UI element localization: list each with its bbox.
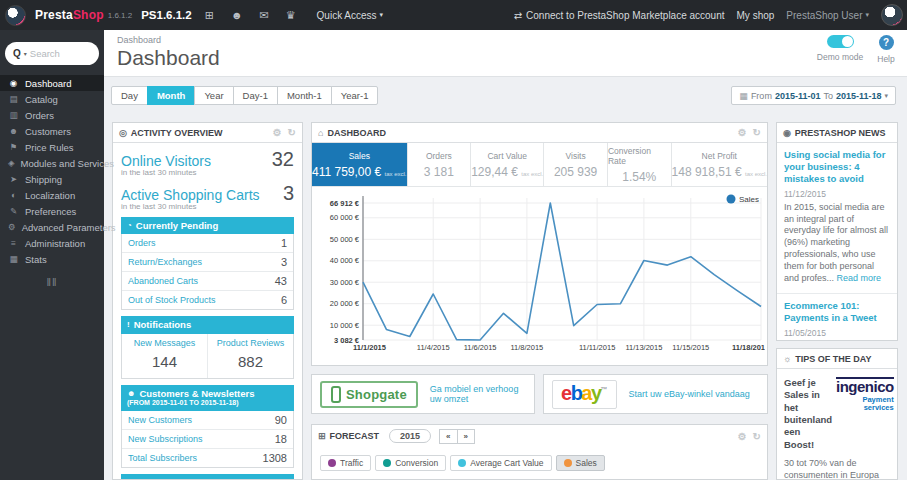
svg-text:66 912 €: 66 912 € [330, 199, 360, 208]
refresh-icon[interactable]: ↻ [288, 127, 296, 138]
range-year-button[interactable]: Year [194, 86, 233, 105]
kpi-label: Visits [566, 151, 586, 161]
news-article-title[interactable]: Using social media for your business: 4 … [784, 149, 890, 185]
prestashop-logo-icon [5, 5, 26, 26]
sales-chart: 3 082 €10 000 €20 000 €30 000 €40 000 €5… [316, 191, 765, 359]
online-visitors-label[interactable]: Online Visitors [121, 153, 211, 169]
trophy-icon[interactable]: ♛ [282, 9, 300, 22]
kpi-value: 411 759,00 € [312, 165, 381, 179]
sidebar-item-preferences[interactable]: ✎Preferences [0, 203, 104, 219]
dashboard-icon: ◉ [8, 78, 19, 88]
prev-year-button[interactable]: « [439, 429, 457, 444]
help-button[interactable]: ? Help [871, 35, 901, 64]
svg-text:Sales: Sales [739, 195, 759, 204]
table-row: Total Subscribers1308 [122, 449, 293, 467]
chevron-down-icon: ▾ [884, 92, 888, 100]
refresh-icon[interactable]: ↻ [753, 127, 761, 138]
gear-icon[interactable]: ⚙ [273, 127, 282, 138]
new-subscriptions-link[interactable]: New Subscriptions [128, 434, 203, 444]
kpi-cart-value[interactable]: Cart Value129,44 € tax excl. [471, 143, 544, 186]
range-day-button[interactable]: Day [111, 86, 148, 105]
pending-outofstock-link[interactable]: Out of Stock Products [128, 295, 216, 305]
tips-panel-header: ☼ TIPS OF THE DAY [777, 349, 897, 369]
range-month-button[interactable]: Month [147, 86, 196, 105]
user-avatar[interactable] [881, 4, 903, 26]
gear-icon[interactable]: ⚙ [738, 127, 747, 138]
sidebar-item-orders[interactable]: ▥Orders [0, 107, 104, 123]
pending-returns-link[interactable]: Return/Exchanges [128, 257, 202, 267]
ebay-module-card: ebay™ Start uw eBay-winkel vandaag [543, 374, 768, 414]
notifications-table: New Messages144 Product Reviews882 [121, 334, 294, 379]
user-menu[interactable]: PrestaShop User ▾ [786, 10, 869, 21]
messages-icon[interactable]: ✉ [255, 9, 272, 22]
legend-sales-button[interactable]: Sales [556, 455, 605, 471]
date-range-picker[interactable]: ▦ From 2015-11-01 To 2015-11-18 ▾ [731, 86, 896, 105]
sidebar-item-advanced-parameters[interactable]: ⚙Advanced Parameters [0, 219, 104, 235]
range-year-1-button[interactable]: Year-1 [331, 86, 379, 105]
active-carts-label[interactable]: Active Shopping Carts [121, 187, 260, 203]
sidebar-item-label: Customers [25, 126, 71, 137]
range-month-1-button[interactable]: Month-1 [277, 86, 332, 105]
news-article-excerpt: In 2015, social media are an integral pa… [784, 202, 888, 283]
forecast-year: 2015 [389, 429, 431, 443]
total-subscribers-link[interactable]: Total Subscribers [128, 453, 197, 463]
online-visitors-metric: Online Visitors32 in the last 30 minutes [113, 143, 302, 177]
sidebar-item-customers[interactable]: ☻Customers [0, 123, 104, 139]
product-reviews-link[interactable]: Product Reviews [210, 338, 291, 348]
gear-icon[interactable]: ⚙ [738, 431, 747, 442]
sidebar-item-label: Dashboard [25, 78, 71, 89]
new-messages-link[interactable]: New Messages [124, 338, 205, 348]
sidebar-item-stats[interactable]: ▦Stats [0, 251, 104, 267]
cart-icon[interactable]: ⊞ [201, 9, 218, 22]
online-visitors-value: 32 [272, 148, 294, 171]
sidebar-collapse-icon[interactable]: ‖‖ [0, 276, 104, 288]
search-input[interactable]: Q ▾ Search [5, 42, 99, 65]
breadcrumb[interactable]: Dashboard [117, 35, 161, 45]
sidebar-item-shipping[interactable]: ➤Shipping [0, 171, 104, 187]
shipping-icon: ➤ [8, 174, 19, 184]
kpi-orders[interactable]: Orders3 181 [408, 143, 472, 186]
pending-orders-link[interactable]: Orders [128, 238, 156, 248]
kpi-sales[interactable]: Sales411 759,00 € tax excl. [312, 143, 408, 186]
range-day-1-button[interactable]: Day-1 [233, 86, 278, 105]
pending-abandoned-link[interactable]: Abandoned Carts [128, 276, 198, 286]
demo-mode-toggle[interactable] [827, 35, 854, 48]
profile-icon[interactable]: ☻ [227, 9, 247, 21]
my-shop-link[interactable]: My shop [737, 10, 775, 21]
next-year-button[interactable]: » [457, 429, 475, 444]
kpi-net-profit[interactable]: Net Profit148 918,51 € tax excl. [672, 143, 767, 186]
sidebar-item-dashboard[interactable]: ◉Dashboard [0, 75, 104, 91]
legend-traffic-button[interactable]: Traffic [320, 455, 371, 471]
kpi-visits[interactable]: Visits205 939 [544, 143, 608, 186]
user-menu-label: PrestaShop User [786, 10, 862, 21]
app-window: PrestaShop 1.6.1.2 PS1.6.1.2 ⊞ ☻ ✉ ♛ Qui… [0, 0, 907, 480]
date-to-label: To [823, 91, 833, 101]
sidebar-item-catalog[interactable]: ▤Catalog [0, 91, 104, 107]
sidebar-item-localization[interactable]: ◐Localization [0, 187, 104, 203]
svg-text:11/11/2015: 11/11/2015 [579, 343, 615, 352]
shopgate-link[interactable]: Ga mobiel en verhoog uw omzet [430, 384, 526, 404]
svg-text:40 000 €: 40 000 € [330, 256, 360, 265]
sidebar-item-modules[interactable]: ◈Modules and Services [0, 155, 104, 171]
news-article-title[interactable]: Ecommerce 101: Payments in a Tweet [784, 300, 890, 324]
new-customers-link[interactable]: New Customers [128, 415, 192, 425]
quick-access-menu[interactable]: Quick Access ▾ [317, 10, 384, 21]
active-carts-value: 3 [283, 182, 294, 205]
dashboard-panel-title: DASHBOARD [327, 128, 386, 138]
sidebar-item-label: Stats [25, 254, 47, 265]
read-more-link[interactable]: Read more [837, 273, 882, 283]
marketplace-icon: ⇄ [514, 10, 522, 21]
kpi-conversion-rate[interactable]: Conversion Rate1.54% [608, 143, 672, 186]
sidebar-item-price-rules[interactable]: ⚑Price Rules [0, 139, 104, 155]
marketplace-link[interactable]: ⇄ Connect to PrestaShop Marketplace acco… [514, 10, 725, 21]
legend-average-cart-value-button[interactable]: Average Cart Value [450, 455, 551, 471]
marketplace-label: Connect to PrestaShop Marketplace accoun… [526, 10, 724, 21]
rss-icon: ◉ [783, 128, 791, 138]
pending-orders-value: 1 [281, 237, 287, 249]
legend-conversion-button[interactable]: Conversion [375, 455, 446, 471]
svg-text:11/8/2015: 11/8/2015 [510, 343, 543, 352]
refresh-icon[interactable]: ↻ [753, 431, 761, 442]
kpi-value: 148 918,51 € [672, 165, 742, 179]
sidebar-item-administration[interactable]: ≡Administration [0, 235, 104, 251]
ebay-link[interactable]: Start uw eBay-winkel vandaag [629, 389, 750, 399]
